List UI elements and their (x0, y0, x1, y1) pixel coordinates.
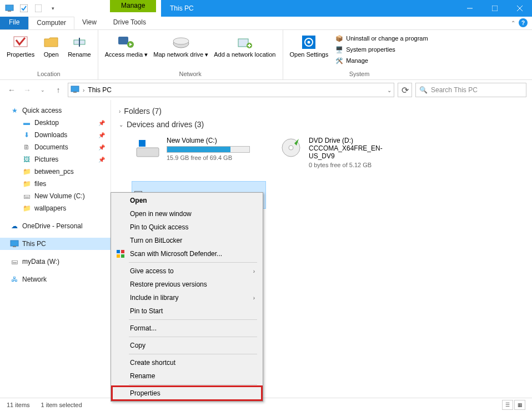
sidebar-new-volume[interactable]: 🖴New Volume (C:) (0, 190, 111, 202)
window-controls (457, 0, 532, 17)
drives-header-label: Devices and drives (3) (127, 120, 204, 129)
pin-icon: 📌 (98, 144, 105, 151)
add-location-button[interactable]: Add a network location (212, 32, 278, 59)
open-label: Open (44, 51, 59, 58)
quick-access-toolbar: ▾ (0, 2, 59, 14)
svg-rect-3 (35, 4, 42, 12)
qat-document-icon[interactable] (32, 2, 44, 14)
help-icon[interactable]: ? (519, 18, 528, 27)
sidebar-label: Quick access (22, 107, 62, 114)
drive-usage-bar (167, 146, 250, 153)
recent-dropdown[interactable]: ⌄ (37, 84, 49, 96)
ctx-open[interactable]: Open (112, 194, 262, 207)
sidebar-desktop[interactable]: ▬Desktop📌 (0, 117, 111, 129)
sidebar-pictures[interactable]: 🖼Pictures📌 (0, 153, 111, 166)
drive-name: DVD Drive (D:) CCCOMA_X64FRE_EN-US_DV9 (309, 137, 408, 160)
system-props-button[interactable]: 🖥️System properties (334, 44, 429, 54)
access-media-icon (117, 33, 135, 51)
ctx-create-shortcut[interactable]: Create shortcut (112, 356, 262, 369)
ctx-include-library[interactable]: Include in library› (112, 291, 262, 304)
drive-c[interactable]: New Volume (C:) 15.9 GB free of 69.4 GB (132, 134, 265, 171)
back-button[interactable]: ← (6, 84, 18, 96)
access-media-button[interactable]: Access media ▾ (103, 32, 150, 59)
drives-section-header[interactable]: ⌄Devices and drives (3) (119, 118, 524, 131)
sidebar-label: myData (W:) (22, 258, 59, 265)
sidebar-label: Documents (34, 143, 68, 151)
refresh-button[interactable]: ⟳ (398, 83, 412, 97)
svg-point-29 (289, 146, 293, 150)
open-settings-label: Open Settings (290, 51, 329, 58)
sidebar-between-pcs[interactable]: 📁between_pcs (0, 166, 111, 178)
ctx-defender[interactable]: Scan with Microsoft Defender... (112, 247, 262, 260)
pin-icon: 📌 (98, 157, 105, 163)
chevron-right-icon: › (83, 87, 84, 93)
minimize-button[interactable] (457, 0, 482, 17)
ctx-open-new-window[interactable]: Open in new window (112, 207, 262, 220)
drive-icon: 🖴 (22, 192, 31, 201)
main: ★Quick access ▬Desktop📌 ⬇Downloads📌 🗎Doc… (0, 100, 532, 407)
ribbon-tabs: File Computer View Drive Tools ⌃ ? (0, 17, 532, 30)
svg-rect-1 (8, 11, 11, 12)
address-dropdown-icon[interactable]: ⌄ (387, 87, 392, 93)
network-icon: 🖧 (10, 275, 19, 284)
qat-checkbox-icon[interactable] (18, 2, 30, 14)
details-view-button[interactable]: ☰ (502, 400, 513, 410)
sidebar-mydata[interactable]: 🖴myData (W:) (0, 255, 111, 268)
ctx-properties[interactable]: Properties (112, 387, 262, 400)
search-box[interactable]: 🔍 Search This PC (415, 83, 526, 97)
computer-tab[interactable]: Computer (28, 17, 74, 29)
view-tab[interactable]: View (74, 17, 104, 29)
close-button[interactable] (507, 0, 532, 17)
sidebar-label: files (34, 180, 46, 188)
open-folder-icon (42, 33, 60, 51)
manage-contextual-tab[interactable]: Manage (110, 0, 156, 12)
address-bar[interactable]: › This PC ⌄ (68, 83, 394, 97)
sidebar-label: wallpapers (34, 204, 66, 212)
up-button[interactable]: ↑ (52, 84, 64, 96)
ctx-rename[interactable]: Rename (112, 369, 262, 383)
sidebar-quick-access[interactable]: ★Quick access (0, 104, 111, 117)
manage-button[interactable]: 🛠️Manage (334, 56, 429, 66)
sidebar-network[interactable]: 🖧Network (0, 273, 111, 285)
forward-button[interactable]: → (21, 84, 33, 96)
rename-button[interactable]: Rename (66, 32, 93, 59)
drive-d[interactable]: DVD Drive (D:) CCCOMA_X64FRE_EN-US_DV9 0… (277, 134, 410, 171)
ctx-separator (129, 384, 257, 385)
tiles-view-button[interactable]: ▦ (514, 400, 525, 410)
sidebar-files[interactable]: 📁files (0, 178, 111, 190)
maximize-button[interactable] (482, 0, 507, 17)
svg-rect-25 (13, 246, 16, 247)
ctx-restore-versions[interactable]: Restore previous versions (112, 278, 262, 291)
ctx-copy[interactable]: Copy (112, 339, 262, 352)
chevron-right-icon: › (119, 108, 121, 114)
qat-dropdown-icon[interactable]: ▾ (47, 2, 59, 14)
open-settings-button[interactable]: Open Settings (288, 32, 331, 67)
ctx-give-access[interactable]: Give access to› (112, 264, 262, 278)
svg-point-14 (173, 38, 189, 44)
app-icon[interactable] (3, 2, 16, 14)
open-button[interactable]: Open (38, 32, 64, 59)
ctx-format[interactable]: Format... (112, 322, 262, 335)
sidebar-downloads[interactable]: ⬇Downloads📌 (0, 129, 111, 141)
map-drive-button[interactable]: Map network drive ▾ (151, 32, 210, 59)
file-tab[interactable]: File (0, 17, 28, 29)
pictures-icon: 🖼 (22, 155, 31, 164)
add-location-label: Add a network location (214, 51, 275, 58)
ctx-pin-quick-access[interactable]: Pin to Quick access (112, 220, 262, 234)
folder-icon: 📁 (22, 167, 31, 176)
add-location-icon (236, 33, 254, 51)
ctx-bitlocker[interactable]: Turn on BitLocker (112, 234, 262, 247)
drive-tools-tab[interactable]: Drive Tools (106, 17, 154, 29)
collapse-ribbon-icon[interactable]: ⌃ (511, 20, 515, 26)
sidebar-documents[interactable]: 🗎Documents📌 (0, 141, 111, 153)
properties-button[interactable]: Properties (4, 32, 37, 59)
pin-icon: 📌 (98, 120, 105, 126)
sidebar-onedrive[interactable]: ☁OneDrive - Personal (0, 220, 111, 232)
chevron-right-icon: › (253, 268, 255, 274)
uninstall-button[interactable]: 📦Uninstall or change a program (334, 33, 429, 43)
folders-section-header[interactable]: ›Folders (7) (119, 104, 524, 118)
sidebar-wallpapers[interactable]: 📁wallpapers (0, 202, 111, 214)
sidebar-this-pc[interactable]: This PC (0, 238, 111, 250)
settings-gear-icon (300, 33, 318, 51)
ctx-pin-start[interactable]: Pin to Start (112, 304, 262, 318)
